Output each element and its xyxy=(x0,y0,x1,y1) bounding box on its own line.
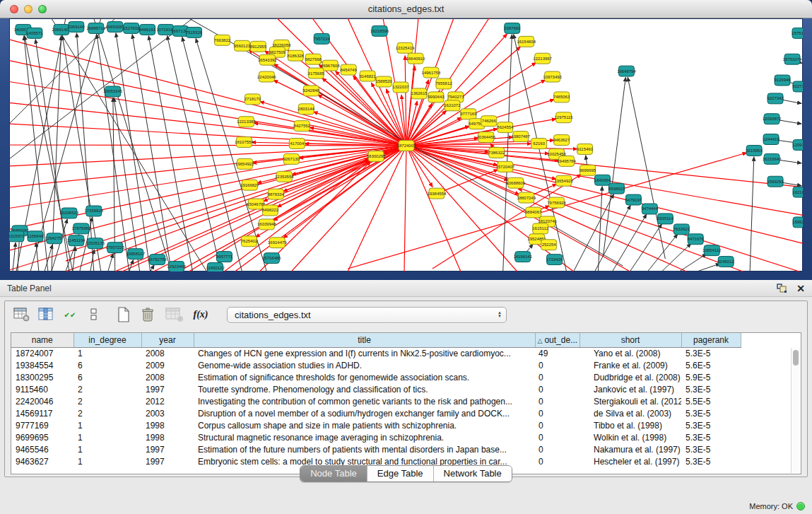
graph-node[interactable]: 16154838 xyxy=(517,36,536,47)
graph-node[interactable]: 12923468 xyxy=(167,262,186,271)
graph-node[interactable]: 9267130 xyxy=(283,153,300,164)
graph-node[interactable]: 8466161 xyxy=(139,24,156,35)
row-height-button[interactable] xyxy=(84,305,104,324)
graph-node[interactable]: 10654112 xyxy=(702,245,722,256)
table-row[interactable]: 969969511998Structural magnetic resonanc… xyxy=(11,431,801,443)
graph-node[interactable]: 1209387 xyxy=(792,140,803,151)
graph-node[interactable]: 3175685 xyxy=(308,68,325,78)
table-row[interactable]: 2242004622012Investigating the contribut… xyxy=(11,395,801,407)
graph-node[interactable]: 16782759 xyxy=(148,255,167,265)
column-header-pagerank[interactable]: pagerank xyxy=(681,333,741,347)
graph-node[interactable]: 15720407 xyxy=(495,161,514,172)
scrollbar-thumb[interactable] xyxy=(793,350,799,366)
graph-node[interactable]: 12325419 xyxy=(396,42,415,53)
graph-node[interactable]: 9827568 xyxy=(305,54,322,64)
graph-node[interactable]: 1156848 xyxy=(28,231,45,242)
memory-status-indicator[interactable] xyxy=(796,502,805,510)
tab-edge-table[interactable]: Edge Table xyxy=(367,466,434,481)
graph-node[interactable]: 1322037 xyxy=(392,82,409,93)
graph-node[interactable]: 18724007 xyxy=(397,141,416,151)
graph-node[interactable]: 2803144 xyxy=(298,104,315,115)
table-column-button[interactable] xyxy=(36,305,56,324)
graph-node[interactable]: 9115460 xyxy=(577,144,594,155)
graph-node[interactable]: 16640910 xyxy=(406,53,425,64)
graph-node[interactable]: 19495784 xyxy=(557,156,576,166)
graph-node[interactable]: 18300295 xyxy=(367,151,386,161)
graph-node[interactable]: 1733426 xyxy=(546,255,563,265)
graph-node[interactable]: 3215953 xyxy=(746,145,763,156)
network-window-titlebar[interactable]: citations_edges.txt xyxy=(0,0,812,18)
graph-node[interactable]: 9657771 xyxy=(216,252,233,262)
graph-node[interactable]: 15751074 xyxy=(783,54,802,64)
tab-node-table[interactable]: Node Table xyxy=(300,466,367,481)
graph-node[interactable]: 6479197 xyxy=(625,194,642,205)
graph-node[interactable]: 252254 xyxy=(541,240,557,250)
graph-node[interactable]: 12505135 xyxy=(86,238,105,249)
graph-node[interactable]: 7955812 xyxy=(435,78,452,89)
graph-node[interactable]: 20053346 xyxy=(103,86,122,97)
column-header-name[interactable]: name xyxy=(11,333,73,347)
graph-node[interactable]: 9129946 xyxy=(774,75,791,86)
graph-node[interactable]: 19384554 xyxy=(428,188,447,199)
table-row[interactable]: 1872400712008Changes of HCN gene express… xyxy=(11,347,801,359)
graph-node[interactable]: 7515526 xyxy=(186,27,203,37)
graph-node[interactable]: 17957225 xyxy=(105,243,124,253)
column-header-year[interactable]: year xyxy=(141,333,194,347)
graph-node[interactable]: 1840954 xyxy=(594,175,611,185)
graph-node[interactable]: 2718170 xyxy=(245,94,261,105)
tab-network-table[interactable]: Network Table xyxy=(434,466,512,481)
graph-node[interactable]: 9990443 xyxy=(428,92,445,103)
graph-node[interactable]: 3315971 xyxy=(9,231,25,242)
graph-node[interactable]: 12353554 xyxy=(275,171,294,182)
graph-node[interactable]: 62160 xyxy=(531,139,547,149)
graph-node[interactable]: 17975887 xyxy=(72,223,91,234)
graph-node[interactable]: 12450122 xyxy=(206,263,225,271)
graph-node[interactable]: 12942757 xyxy=(45,233,64,244)
graph-node[interactable]: 1588520 xyxy=(375,76,392,87)
graph-node[interactable]: 15716485 xyxy=(262,253,281,264)
graph-node[interactable]: 9560123 xyxy=(234,40,251,51)
graph-node[interactable]: 2087682 xyxy=(504,23,521,33)
graph-node[interactable]: 8938923 xyxy=(608,183,625,194)
graph-node[interactable]: 10807487 xyxy=(511,132,530,142)
graph-node[interactable]: 20364456 xyxy=(476,132,495,143)
graph-node[interactable]: 2935114 xyxy=(657,214,674,224)
graph-node[interactable]: 79756928 xyxy=(547,197,566,208)
table-row[interactable]: 911546021997Tourette syndrome. Phenomeno… xyxy=(11,383,801,395)
graph-node[interactable]: 7386322 xyxy=(488,147,505,158)
graph-node[interactable]: 18807249 xyxy=(517,192,536,203)
close-panel-button[interactable]: ✕ xyxy=(796,284,805,293)
graph-node[interactable]: 10973493 xyxy=(543,71,562,82)
table-row[interactable]: 1456911722003Disruption of a novel membe… xyxy=(11,407,801,419)
graph-node[interactable]: 9463627 xyxy=(553,135,570,146)
graph-node[interactable]: 7957224 xyxy=(314,33,331,44)
graph-node[interactable]: 10653287 xyxy=(105,21,124,32)
new-table-button[interactable] xyxy=(114,305,134,324)
graph-node[interactable]: 17359928 xyxy=(84,206,103,216)
graph-node[interactable]: 16648794 xyxy=(617,66,636,76)
graph-node[interactable]: 9699695 xyxy=(579,165,596,175)
graph-node[interactable]: 18107554 xyxy=(235,137,254,148)
graph-node[interactable]: 746266 xyxy=(481,116,497,127)
select-columns-button[interactable]: ✔ ✔ xyxy=(60,305,80,324)
graph-node[interactable]: 10688609 xyxy=(506,177,525,188)
graph-node[interactable]: 19654921 xyxy=(235,158,254,169)
graph-node[interactable]: 7625402 xyxy=(241,236,258,247)
column-header-short[interactable]: short xyxy=(579,333,681,347)
graph-node[interactable]: 9227343 xyxy=(767,93,784,104)
graph-node[interactable]: 26885714 xyxy=(86,23,105,33)
graph-node[interactable]: 2069140 xyxy=(68,21,85,32)
graph-node[interactable]: 19218596 xyxy=(370,25,389,36)
graph-node[interactable]: 1599294 xyxy=(792,217,803,228)
graph-node[interactable]: 9884067 xyxy=(525,207,542,218)
graph-node[interactable]: 13654923 xyxy=(554,175,573,186)
graph-node[interactable]: 8912955 xyxy=(250,41,267,52)
graph-node[interactable]: 8186328 xyxy=(288,50,305,61)
graph-node[interactable]: 12213383 xyxy=(237,117,256,127)
graph-node[interactable]: 11451194 xyxy=(67,235,86,246)
graph-node[interactable]: 9146821 xyxy=(359,71,376,81)
graph-node[interactable]: 22420046 xyxy=(257,71,276,82)
graph-node[interactable]: 9227344 xyxy=(792,81,803,92)
graph-node[interactable]: 16039948 xyxy=(257,219,276,230)
graph-node[interactable]: 8498222 xyxy=(262,205,279,216)
